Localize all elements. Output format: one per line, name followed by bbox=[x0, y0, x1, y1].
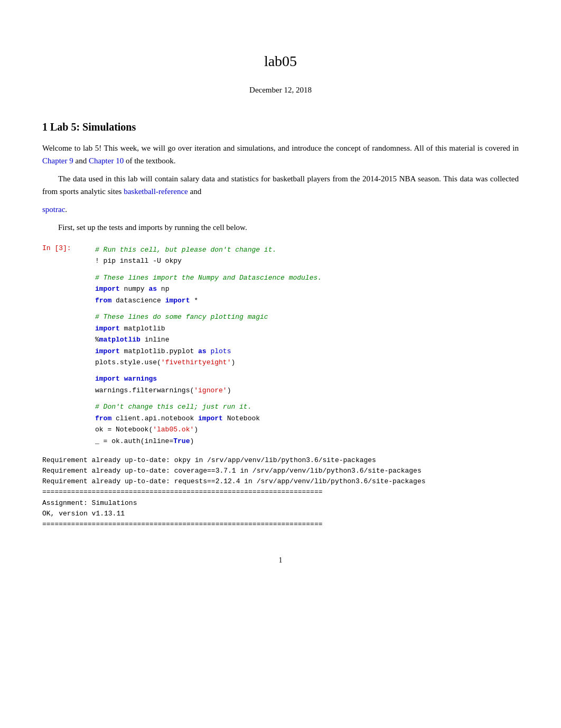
code-blank-4 bbox=[95, 396, 519, 401]
code-line-5: from datascience import * bbox=[95, 295, 519, 306]
page-date: December 12, 2018 bbox=[42, 86, 519, 95]
code-blank-3 bbox=[95, 368, 519, 373]
code-line-15: ok = Notebook('lab05.ok') bbox=[95, 424, 519, 435]
intro-text-2a: The data used in this lab will contain s… bbox=[42, 174, 519, 196]
section-1: 1 Lab 5: Simulations Welcome to lab 5! T… bbox=[42, 121, 519, 234]
code-line-7: import matplotlib bbox=[95, 323, 519, 334]
code-cell-label: In [3]: bbox=[42, 244, 95, 252]
code-line-8: %matplotlib inline bbox=[95, 334, 519, 345]
chapter9-link[interactable]: Chapter 9 bbox=[42, 156, 73, 165]
code-line-1: # Run this cell, but please don't change… bbox=[95, 244, 519, 255]
code-line-2: ! pip install -U okpy bbox=[95, 255, 519, 266]
code-line-4: import numpy as np bbox=[95, 283, 519, 294]
intro-text-1a: Welcome to lab 5! This week, we will go … bbox=[42, 144, 519, 152]
spotrac-link[interactable]: spotrac bbox=[42, 205, 65, 214]
intro-paragraph-2: The data used in this lab will contain s… bbox=[42, 172, 519, 198]
intro-paragraph-3: First, set up the tests and imports by r… bbox=[42, 221, 519, 234]
page-number: 1 bbox=[42, 556, 519, 565]
code-line-11: import warnings bbox=[95, 373, 519, 384]
section-heading: 1 Lab 5: Simulations bbox=[42, 121, 519, 133]
code-line-13: # Don't change this cell; just run it. bbox=[95, 401, 519, 412]
code-line-16: _ = ok.auth(inline=True) bbox=[95, 436, 519, 447]
intro-paragraph-2b: spotrac. bbox=[42, 203, 519, 216]
intro-text-1c: of the textbook. bbox=[126, 156, 176, 165]
code-blank-1 bbox=[95, 267, 519, 272]
code-line-12: warnings.filterwarnings('ignore') bbox=[95, 385, 519, 396]
intro-paragraph-1: Welcome to lab 5! This week, we will go … bbox=[42, 142, 519, 167]
chapter10-link[interactable]: Chapter 10 bbox=[89, 156, 124, 165]
page-title: lab05 bbox=[42, 53, 519, 70]
code-line-14: from client.api.notebook import Notebook bbox=[95, 413, 519, 424]
code-line-3: # These lines import the Numpy and Datas… bbox=[95, 272, 519, 283]
code-cell: In [3]: # Run this cell, but please don'… bbox=[42, 244, 519, 447]
code-line-10: plots.style.use('fivethirtyeight') bbox=[95, 357, 519, 368]
code-line-6: # These lines do some fancy plotting mag… bbox=[95, 311, 519, 322]
intro-text-1b: and bbox=[75, 156, 88, 165]
intro-text-2b: and bbox=[190, 187, 201, 196]
output-block: Requirement already up-to-date: okpy in … bbox=[42, 455, 519, 530]
code-cell-content: # Run this cell, but please don't change… bbox=[95, 244, 519, 447]
code-line-9: import matplotlib.pyplot as plots bbox=[95, 346, 519, 357]
code-blank-2 bbox=[95, 306, 519, 311]
basketball-reference-link[interactable]: basketball-reference bbox=[124, 187, 188, 196]
intro-text-2c: . bbox=[65, 205, 67, 214]
